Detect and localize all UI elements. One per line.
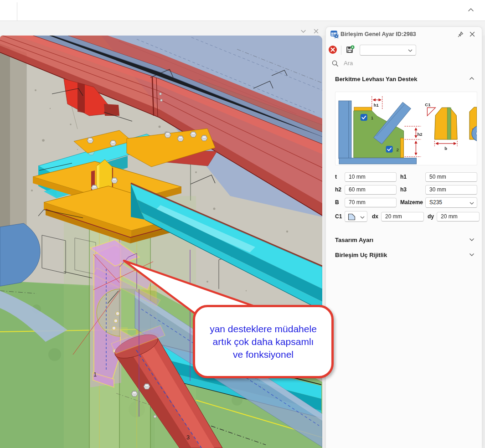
field-malzeme-label: Malzeme [400, 199, 425, 206]
field-dy-input[interactable] [437, 212, 480, 221]
viewport-3d-scene[interactable]: 1 3 [0, 36, 322, 448]
chamfer-type-select[interactable] [345, 211, 367, 222]
callout-bubble: yan desteklere müdahele artık çok daha k… [193, 305, 334, 378]
callout-line-1: yan desteklere müdahele [210, 323, 317, 335]
field-h1-input[interactable] [425, 172, 477, 182]
diagram-checkbox-1[interactable] [361, 114, 367, 121]
field-dx-input[interactable] [381, 212, 424, 221]
connection-settings-panel: Birleşim Genel Ayar ID:2983 [325, 26, 482, 448]
toolbar-divider [341, 46, 341, 55]
field-t-input[interactable] [345, 172, 397, 182]
chamfer-shape-icon [348, 213, 356, 221]
field-B-label: B [335, 199, 345, 206]
section-label: Berkitme Levhası Yan Destek [335, 76, 417, 82]
viewport-collapse-button[interactable] [300, 28, 307, 35]
viewport-3d[interactable]: 1 3 [0, 36, 322, 448]
field-t-label: t [335, 174, 345, 180]
field-h2-input[interactable] [345, 185, 397, 195]
svg-text:h1: h1 [374, 103, 379, 108]
callout-line-3: ve fonksiyonel [233, 348, 294, 361]
field-dy-label: dy [428, 213, 437, 220]
delete-icon [328, 45, 337, 54]
section-label: Tasarım Ayarı [335, 237, 373, 243]
chevron-down-icon [470, 201, 474, 205]
panel-title: Birleşim Genel Ayar ID:2983 [341, 31, 416, 37]
chevron-down-icon [469, 252, 475, 257]
save-icon [345, 45, 355, 55]
ribbon-bar [0, 0, 485, 21]
save-preset-button[interactable] [345, 45, 355, 55]
field-B-input[interactable] [345, 198, 397, 207]
ribbon-collapse-button[interactable] [467, 6, 475, 14]
close-icon [313, 28, 320, 35]
chevron-down-icon [408, 49, 413, 52]
svg-text:C1: C1 [425, 102, 430, 107]
search-input[interactable] [343, 59, 472, 67]
chevron-up-icon [467, 6, 475, 14]
field-h2-label: h2 [335, 186, 345, 193]
pin-icon [457, 31, 464, 37]
chevron-down-icon [469, 237, 475, 242]
viewport-close-button[interactable] [313, 28, 320, 35]
svg-text:h2: h2 [417, 132, 422, 137]
panel-close-button[interactable] [469, 31, 475, 37]
stiffener-diagram: h1 1 2 h2 C1 b [335, 92, 477, 165]
grid-label-1: 1 [93, 371, 97, 378]
chevron-down-icon [300, 28, 307, 35]
section-birlesim-uc-rijitlik[interactable]: Birleşim Uç Rijitlik [335, 251, 476, 261]
section-berkitme-levhasi[interactable]: Berkitme Levhası Yan Destek [335, 75, 476, 85]
diagram-checkbox-2[interactable] [386, 146, 393, 153]
field-h3-label: h3 [400, 186, 425, 193]
material-select[interactable]: S235 [425, 197, 477, 208]
preset-combobox[interactable] [360, 45, 416, 56]
field-h1-label: h1 [400, 174, 425, 180]
chevron-down-icon [360, 216, 365, 219]
close-icon [469, 31, 475, 37]
field-h3-input[interactable] [425, 185, 477, 195]
chevron-up-icon [469, 77, 475, 81]
svg-text:1: 1 [371, 115, 374, 120]
delete-connection-button[interactable] [328, 45, 337, 54]
callout-line-2: artık çok daha kapsamlı [213, 335, 314, 348]
field-c1-label: C1 [335, 213, 345, 220]
ribbon-divider [17, 2, 17, 21]
section-tasarim-ayari[interactable]: Tasarım Ayarı [335, 236, 476, 246]
search-icon [332, 60, 339, 67]
connection-settings-icon [330, 30, 339, 38]
grid-label-3: 3 [186, 434, 190, 441]
svg-text:b: b [444, 146, 447, 151]
field-dx-label: dx [372, 213, 381, 220]
section-label: Birleşim Uç Rijitlik [335, 252, 387, 258]
svg-text:2: 2 [397, 147, 399, 152]
pin-button[interactable] [457, 31, 464, 37]
search-box [332, 59, 476, 69]
material-select-value: S235 [429, 199, 442, 206]
